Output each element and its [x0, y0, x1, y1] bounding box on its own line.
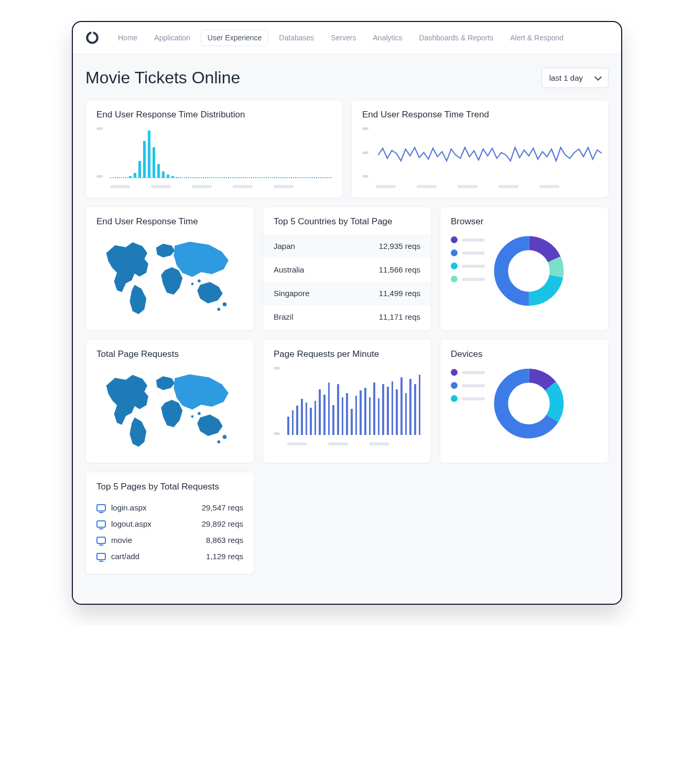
svg-point-9 — [501, 243, 557, 299]
card-title: Browser — [451, 216, 598, 227]
page-value: 8,863 reqs — [206, 536, 243, 545]
legend-item — [451, 382, 485, 389]
page-value: 1,129 reqs — [206, 552, 243, 561]
card-total-requests-map: Total Page Requests — [85, 339, 254, 463]
legend-label-placeholder — [462, 278, 485, 281]
card-response-distribution: End User Response Time Distribution — [85, 100, 343, 198]
card-devices: Devices — [440, 339, 609, 463]
svg-point-11 — [218, 440, 221, 443]
card-top-pages: Top 5 Pages by Total Requests login.aspx… — [85, 472, 254, 574]
page-title: Movie Tickets Online — [85, 68, 240, 88]
card-browser: Browser — [440, 206, 609, 331]
legend-item — [451, 395, 485, 402]
table-row[interactable]: Brazil11,171 reqs — [263, 305, 431, 329]
legend-label-placeholder — [462, 397, 485, 400]
page-value: 29,892 reqs — [202, 519, 243, 528]
legend-label-placeholder — [462, 384, 485, 387]
rpm-chart — [274, 367, 420, 435]
legend-dot-icon — [451, 369, 458, 376]
card-requests-per-minute: Page Requests per Minute — [263, 339, 431, 463]
country-name: Japan — [274, 242, 295, 251]
page-value: 29,547 reqs — [202, 503, 243, 512]
legend-label-placeholder — [462, 252, 485, 255]
table-row[interactable]: Singapore11,499 reqs — [263, 281, 431, 305]
legend-item — [451, 276, 485, 282]
legend-dot-icon — [451, 382, 458, 389]
card-response-trend: End User Response Time Trend — [351, 100, 609, 198]
card-top-countries: Top 5 Countries by Total Page Japan12,93… — [263, 206, 431, 331]
svg-point-4 — [198, 279, 201, 282]
top-nav: HomeApplicationUser ExperienceDatabasesS… — [73, 22, 621, 54]
svg-point-5 — [191, 282, 194, 285]
card-title: Page Requests per Minute — [274, 349, 420, 360]
app-frame: HomeApplicationUser ExperienceDatabasesS… — [72, 21, 622, 605]
page-body: Movie Tickets Online last 1 day End User… — [73, 54, 621, 604]
page-name: login.aspx — [111, 503, 147, 512]
monitor-icon — [96, 520, 106, 528]
page-name: cart/add — [111, 552, 139, 561]
table-row[interactable]: Australia11,566 reqs — [263, 258, 431, 281]
nav-item-alert-respond[interactable]: Alert & Respond — [504, 30, 570, 46]
country-value: 11,566 reqs — [379, 265, 420, 274]
card-title: End User Response Time — [96, 216, 243, 227]
legend-item — [451, 249, 485, 256]
dist-chart — [96, 127, 332, 178]
svg-point-2 — [223, 302, 226, 306]
nav-item-analytics[interactable]: Analytics — [367, 30, 409, 46]
legend-dot-icon — [451, 276, 458, 282]
card-title: Total Page Requests — [96, 349, 243, 360]
legend-item — [451, 369, 485, 376]
table-row[interactable]: Japan12,935 reqs — [263, 234, 431, 258]
legend-dot-icon — [451, 236, 458, 243]
legend-dot-icon — [451, 263, 458, 269]
country-name: Brazil — [274, 312, 294, 321]
legend-item — [451, 236, 485, 243]
chevron-down-icon — [594, 73, 602, 80]
country-value: 11,171 reqs — [379, 312, 420, 321]
svg-point-10 — [223, 435, 226, 439]
country-name: Singapore — [274, 289, 309, 298]
monitor-icon — [96, 553, 106, 560]
nav-item-application[interactable]: Application — [148, 30, 197, 46]
country-value: 12,935 reqs — [379, 242, 420, 251]
nav-item-databases[interactable]: Databases — [273, 30, 320, 46]
card-title: Top 5 Countries by Total Page — [263, 216, 431, 227]
legend-label-placeholder — [462, 265, 485, 268]
legend-item — [451, 263, 485, 269]
monitor-icon — [96, 504, 106, 511]
list-item[interactable]: cart/add1,129 reqs — [96, 548, 243, 564]
world-map-icon — [96, 367, 243, 453]
nav-item-dashboards-reports[interactable]: Dashboards & Reports — [413, 30, 500, 46]
page-name: logout.aspx — [111, 519, 151, 528]
legend-label-placeholder — [462, 238, 485, 242]
time-range-label: last 1 day — [549, 73, 583, 82]
list-item[interactable]: movie8,863 reqs — [96, 532, 243, 548]
svg-point-3 — [218, 308, 221, 311]
svg-point-12 — [198, 412, 201, 415]
monitor-icon — [96, 537, 106, 544]
card-response-map: End User Response Time — [85, 206, 254, 331]
list-item[interactable]: login.aspx29,547 reqs — [96, 499, 243, 516]
nav-item-home[interactable]: Home — [112, 30, 144, 46]
country-value: 11,499 reqs — [379, 289, 420, 298]
svg-point-13 — [191, 415, 194, 418]
card-title: Top 5 Pages by Total Requests — [96, 482, 243, 492]
legend-label-placeholder — [462, 371, 485, 374]
list-item[interactable]: logout.aspx29,892 reqs — [96, 516, 243, 532]
card-title: End User Response Time Trend — [362, 110, 598, 120]
time-range-select[interactable]: last 1 day — [541, 68, 609, 88]
trend-chart — [362, 127, 598, 178]
svg-rect-1 — [91, 31, 93, 36]
page-name: movie — [111, 536, 132, 545]
nav-item-user-experience[interactable]: User Experience — [201, 29, 269, 46]
logo-icon — [85, 31, 99, 45]
svg-point-16 — [501, 376, 557, 431]
nav-item-servers[interactable]: Servers — [324, 30, 362, 46]
country-name: Australia — [274, 265, 304, 274]
card-title: End User Response Time Distribution — [96, 110, 332, 120]
card-title: Devices — [451, 349, 598, 360]
legend-dot-icon — [451, 395, 458, 402]
world-map-icon — [96, 234, 243, 321]
page-header: Movie Tickets Online last 1 day — [85, 68, 609, 88]
legend-dot-icon — [451, 249, 458, 256]
